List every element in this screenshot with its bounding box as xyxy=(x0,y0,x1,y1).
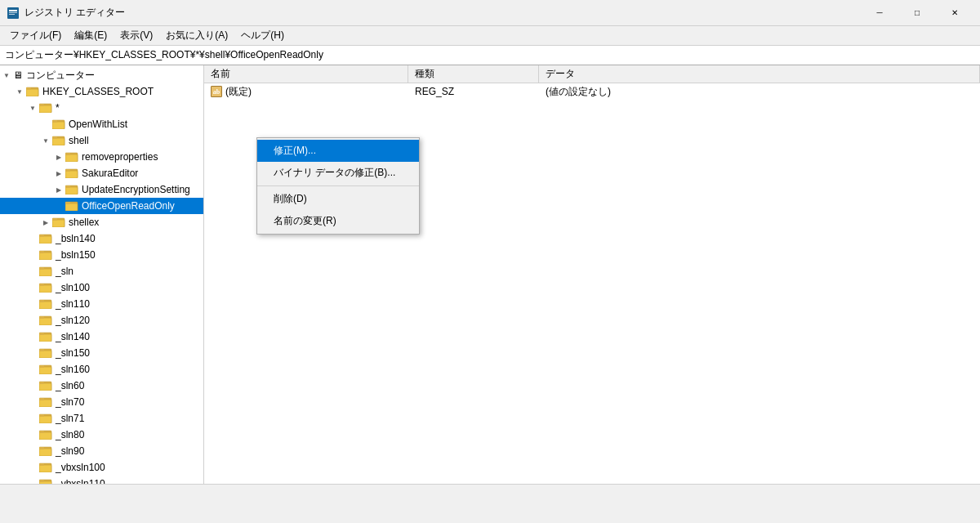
context-menu-item-modify-binary[interactable]: バイナリ データの修正(B)... xyxy=(257,162,419,184)
minimize-button[interactable]: ─ xyxy=(861,0,898,26)
svg-rect-56 xyxy=(39,253,51,260)
maximize-button[interactable]: □ xyxy=(898,0,936,26)
tree-item-label: _bsln140 xyxy=(56,233,96,244)
menu-view[interactable]: 表示(V) xyxy=(114,27,159,44)
tree-item-shellex[interactable]: shellex xyxy=(0,214,203,230)
tree-item-_sln160[interactable]: _sln160 xyxy=(0,361,203,378)
tree-item-sakuraeditor[interactable]: SakuraEditor xyxy=(0,165,203,181)
tree-item-_sln120[interactable]: _sln120 xyxy=(0,312,203,329)
status-bar xyxy=(0,484,980,503)
svg-rect-121 xyxy=(39,465,51,472)
svg-rect-68 xyxy=(39,284,44,286)
folder-icon xyxy=(65,183,78,197)
folder-icon xyxy=(39,265,52,279)
data-cell-name-text: (既定) xyxy=(225,85,252,99)
svg-rect-118 xyxy=(39,447,44,449)
data-cell-value: (値の設定なし) xyxy=(539,85,980,99)
tree-item-_sln140[interactable]: _sln140 xyxy=(0,329,203,345)
data-cell-type: REG_SZ xyxy=(408,86,539,97)
folder-icon xyxy=(39,248,52,262)
address-path: コンピューター¥HKEY_CLASSES_ROOT¥*¥shell¥Office… xyxy=(5,48,323,62)
tree-item-_bsln150[interactable]: _bsln150 xyxy=(0,247,203,263)
tree-item-_vbxsln100[interactable]: _vbxsln100 xyxy=(0,459,203,476)
folder-icon xyxy=(39,396,52,409)
svg-rect-86 xyxy=(39,351,51,358)
tree-item-_vbxsln110[interactable]: _vbxsln110 xyxy=(0,476,203,484)
tree-item-_sln70[interactable]: _sln70 xyxy=(0,394,203,410)
folder-icon xyxy=(39,461,52,475)
context-menu-item-rename[interactable]: 名前の変更(R) xyxy=(257,210,419,232)
tree-item-officeopenreadonly[interactable]: OfficeOpenReadOnly xyxy=(0,198,203,214)
svg-rect-98 xyxy=(39,382,44,384)
main-pane: 🖥コンピューター HKEY_CLASSES_ROOT * OpenWithLis… xyxy=(0,65,980,484)
menu-file[interactable]: ファイル(F) xyxy=(3,27,68,44)
folder-icon xyxy=(39,379,52,393)
svg-rect-33 xyxy=(65,169,70,172)
svg-rect-128 xyxy=(39,480,44,482)
tree-item-label: _sln100 xyxy=(56,282,90,293)
tree-item-_bsln140[interactable]: _bsln140 xyxy=(0,230,203,247)
context-menu-item-delete[interactable]: 削除(D) xyxy=(257,188,419,210)
svg-rect-91 xyxy=(39,367,51,374)
tree-item-_sln100[interactable]: _sln100 xyxy=(0,279,203,296)
svg-rect-83 xyxy=(39,333,44,335)
menu-edit[interactable]: 編集(E) xyxy=(68,27,114,44)
svg-rect-36 xyxy=(65,187,78,194)
reg-value-icon: ab xyxy=(211,86,222,97)
folder-icon xyxy=(39,297,52,311)
context-menu: 修正(M)...バイナリ データの修正(B)...削除(D)名前の変更(R) xyxy=(256,137,420,235)
svg-rect-6 xyxy=(26,89,38,96)
folder-icon xyxy=(52,134,65,148)
context-menu-item-modify[interactable]: 修正(M)... xyxy=(257,140,419,162)
tree-item-_sln60[interactable]: _sln60 xyxy=(0,378,203,394)
svg-rect-101 xyxy=(39,400,51,407)
svg-rect-113 xyxy=(39,431,44,433)
computer-icon: 🖥 xyxy=(13,69,23,81)
tree-item-_sln80[interactable]: _sln80 xyxy=(0,427,203,443)
svg-rect-38 xyxy=(65,186,70,188)
svg-rect-103 xyxy=(39,398,44,400)
tree-item-label: _sln60 xyxy=(56,380,84,391)
tree-item-_sln[interactable]: _sln xyxy=(0,263,203,279)
tree-item-label: _sln71 xyxy=(56,413,84,424)
context-menu-separator xyxy=(257,186,419,186)
tree-item-label: UpdateEncryptionSetting xyxy=(82,184,190,195)
tree-item-label: removeproperties xyxy=(82,151,158,163)
tree-item-star[interactable]: * xyxy=(0,100,203,116)
folder-icon xyxy=(39,428,52,442)
svg-rect-43 xyxy=(65,202,70,204)
menu-favorites[interactable]: お気に入り(A) xyxy=(159,27,234,44)
tree-item-label: _sln140 xyxy=(56,331,90,342)
close-button[interactable]: ✕ xyxy=(936,0,973,26)
column-headers: 名前 種類 データ xyxy=(204,65,980,83)
svg-rect-21 xyxy=(52,138,65,145)
tree-pane[interactable]: 🖥コンピューター HKEY_CLASSES_ROOT * OpenWithLis… xyxy=(0,65,204,484)
tree-item-_sln110[interactable]: _sln110 xyxy=(0,296,203,312)
svg-rect-108 xyxy=(39,414,44,417)
tree-item-_sln90[interactable]: _sln90 xyxy=(0,443,203,459)
svg-rect-123 xyxy=(39,463,44,466)
folder-icon xyxy=(39,330,52,344)
tree-item-shell[interactable]: shell xyxy=(0,132,203,149)
tree-item-label: _sln80 xyxy=(56,429,84,440)
folder-icon xyxy=(39,281,52,295)
tree-item-removeproperties[interactable]: removeproperties xyxy=(0,149,203,165)
tree-item-computer[interactable]: 🖥コンピューター xyxy=(0,67,203,83)
menu-help[interactable]: ヘルプ(H) xyxy=(234,27,291,44)
tree-item-updateencryptionsetting[interactable]: UpdateEncryptionSetting xyxy=(0,181,203,198)
menu-bar: ファイル(F) 編集(E) 表示(V) お気に入り(A) ヘルプ(H) xyxy=(0,26,980,46)
tree-item-label: _sln70 xyxy=(56,396,84,408)
tree-item-_sln71[interactable]: _sln71 xyxy=(0,410,203,427)
tree-item-label: HKEY_CLASSES_ROOT xyxy=(42,86,154,97)
table-row[interactable]: ab(既定)REG_SZ(値の設定なし) xyxy=(204,83,980,100)
svg-rect-58 xyxy=(39,251,44,253)
tree-item-_sln150[interactable]: _sln150 xyxy=(0,345,203,361)
svg-rect-63 xyxy=(39,267,44,270)
svg-rect-31 xyxy=(65,171,78,178)
folder-icon xyxy=(52,118,65,132)
tree-item-hkey_classes_root[interactable]: HKEY_CLASSES_ROOT xyxy=(0,83,203,100)
svg-rect-96 xyxy=(39,383,51,391)
folder-icon xyxy=(39,314,52,328)
svg-rect-28 xyxy=(65,153,70,155)
tree-item-openwithlist[interactable]: OpenWithList xyxy=(0,116,203,132)
